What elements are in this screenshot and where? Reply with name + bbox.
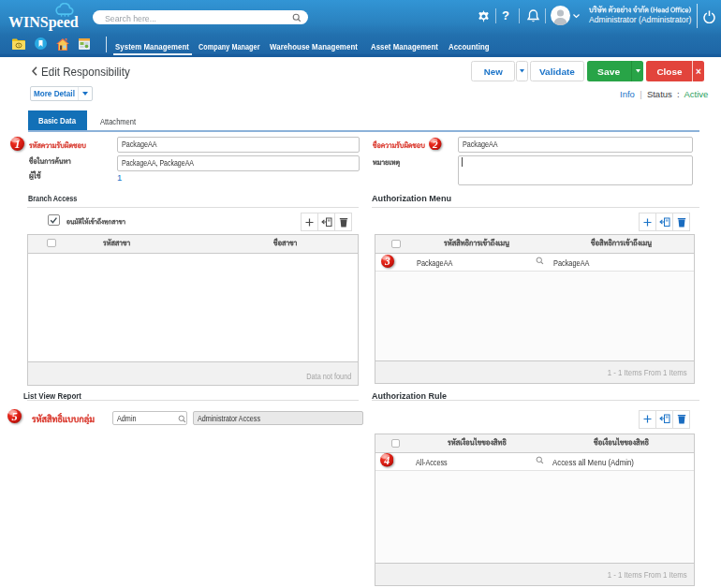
svg-text:5: 5 [11,410,17,423]
svg-text:4: 4 [383,454,390,467]
svg-text:3: 3 [384,256,390,267]
svg-text:1: 1 [14,138,20,151]
svg-text:2: 2 [432,138,438,149]
